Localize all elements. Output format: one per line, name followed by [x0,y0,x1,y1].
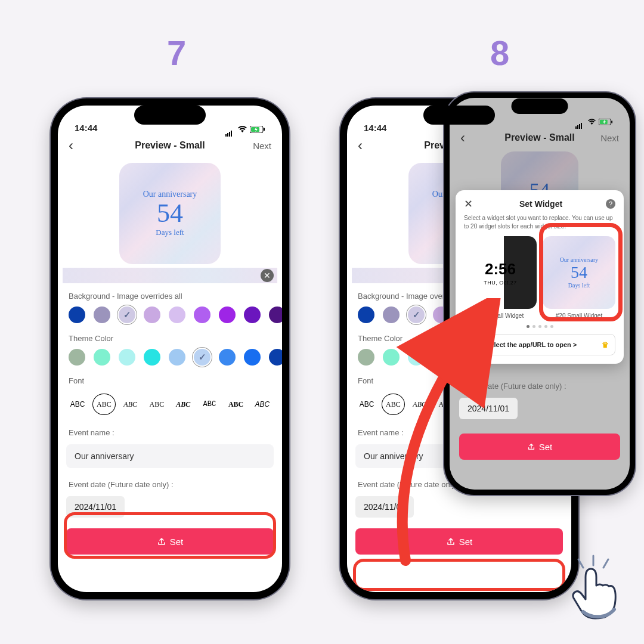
font-option[interactable]: ABC [119,394,142,415]
select-app-button[interactable]: + Select the app/URL to open > ♛ [464,334,615,355]
color-swatch[interactable] [408,306,425,323]
widget-preview: Our anniversary 54 Days left [119,163,221,264]
font-option[interactable]: ABC [198,394,221,415]
widget-slot-20[interactable]: Our anniversary 54 Days left #20 Small W… [543,236,615,319]
svg-line-9 [578,559,583,568]
slot-b-title: Our anniversary [560,256,599,263]
back-button[interactable]: ‹ [460,129,484,146]
color-swatch[interactable] [94,349,110,366]
status-right [575,119,613,125]
font-option[interactable]: ABC [355,394,378,415]
color-swatch[interactable] [119,349,135,366]
font-option[interactable]: ABC [251,394,274,415]
color-swatch[interactable] [383,306,400,323]
set-button-label: Set [170,537,184,547]
font-row: ABCABCABCABCABCABCABCABC [58,389,282,420]
color-swatch[interactable] [194,349,210,366]
battery-icon [599,119,613,125]
svg-rect-2 [264,128,265,131]
color-swatch[interactable] [169,306,185,323]
font-option[interactable]: ABC [66,394,89,415]
battery-icon [250,126,265,133]
color-swatch[interactable] [244,306,261,323]
color-swatch[interactable] [119,306,135,323]
color-swatch[interactable] [69,306,85,323]
font-option[interactable]: ABC [172,394,194,415]
set-widget-popup: ✕ Set Widget ? Select a widget slot you … [456,190,624,364]
slot-b-count: 54 [571,263,587,282]
widget-sub: Days left [119,228,221,237]
next-button[interactable]: Next [247,141,271,151]
popup-title: Set Widget [476,199,606,209]
screen-step7: 14:44 ‹ Preview - Small Next Our anniver… [58,106,282,592]
slot-a-time: 2:56 [480,260,520,278]
widget-slot-19[interactable]: 2:56 THU, Oct.27 #19 Small Widget [464,236,537,319]
color-swatch[interactable] [219,349,236,366]
label-event-name: Event name : [58,420,282,441]
export-icon [157,537,166,546]
edit-bg-bar[interactable]: ✕ [63,268,277,283]
wifi-icon [587,119,596,125]
event-date-input[interactable]: 2024/11/01 [66,496,125,518]
color-swatch[interactable] [383,349,400,366]
back-button[interactable]: ‹ [69,137,92,154]
next-button[interactable]: Next [595,133,619,143]
font-option[interactable]: ABC [92,394,115,415]
font-option[interactable]: ABC [225,394,247,415]
font-option[interactable]: ABC [408,394,431,415]
event-name-input[interactable]: Our anniversary [66,444,274,468]
status-time: 14:44 [364,123,386,133]
set-button-label: Set [539,442,553,452]
color-swatch[interactable] [219,306,236,323]
color-swatch[interactable] [244,349,261,366]
export-icon [527,442,535,451]
popup-description: Select a widget slot you want to replace… [464,214,615,230]
popup-close-button[interactable]: ✕ [464,197,476,210]
label-event-date: Event date (Future date only) : [58,472,282,493]
notch [423,106,495,125]
pagination-dots [464,325,615,328]
notch [512,98,568,114]
color-swatch[interactable] [269,349,282,366]
font-option[interactable]: ABC [382,394,404,415]
background-swatches [58,304,282,326]
close-icon[interactable]: ✕ [261,269,274,282]
color-swatch[interactable] [358,306,374,323]
event-date-input[interactable]: 2024/11/01 [355,496,414,518]
set-button[interactable]: Set [66,528,274,555]
set-button[interactable]: Set [355,528,563,555]
color-swatch[interactable] [144,306,160,323]
widget-count: 54 [119,199,221,228]
color-swatch[interactable] [194,306,210,323]
color-swatch[interactable] [408,349,425,366]
slot-a-label: #19 Small Widget [464,312,537,319]
help-icon[interactable]: ? [606,199,615,209]
export-icon [446,537,456,546]
crown-icon: ♛ [602,340,609,349]
color-swatch[interactable] [358,349,374,366]
plus-icon: + [470,339,481,350]
notch [134,106,206,125]
theme-swatches [58,346,282,368]
back-button[interactable]: ‹ [358,137,382,154]
color-swatch[interactable] [69,349,85,366]
page-title: Preview - Small [92,140,247,151]
widget-title: Our anniversary [119,190,221,199]
page-title: Preview - Small [484,132,595,143]
event-date-input[interactable]: 2024/11/01 [459,398,518,419]
step-number-8: 8 [490,33,509,73]
color-swatch[interactable] [269,306,282,323]
set-button-label: Set [459,537,473,547]
slot-b-sub: Days left [568,282,590,289]
phone-step7: 14:44 ‹ Preview - Small Next Our anniver… [51,98,289,599]
color-swatch[interactable] [169,349,185,366]
svg-rect-8 [611,120,612,123]
status-time: 14:44 [75,123,97,133]
slot-b-label: #20 Small Widget [543,312,615,319]
font-option[interactable]: ABC [145,394,168,415]
color-swatch[interactable] [94,306,110,323]
color-swatch[interactable] [144,349,160,366]
step-number-7: 7 [167,33,186,73]
label-font: Font [58,368,282,389]
set-button[interactable]: Set [459,434,620,460]
